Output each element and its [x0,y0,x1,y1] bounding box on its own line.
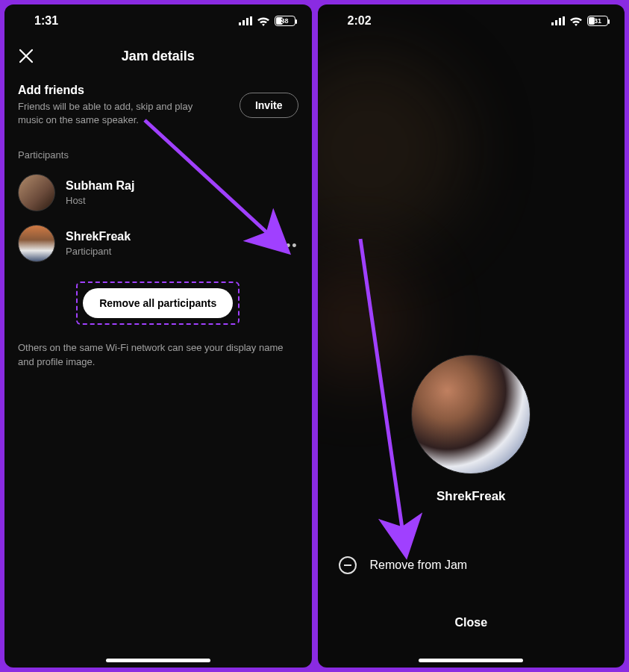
status-right: 31 [551,16,608,26]
status-time: 2:02 [348,14,372,28]
cellular-icon [551,16,565,25]
close-button[interactable]: Close [454,616,487,629]
participant-row-member: ShrekFreak Participant ••• [18,225,298,262]
svg-rect-6 [555,20,557,25]
status-time: 1:31 [34,14,58,28]
jam-details-screen: 1:31 38 Jam details Add friends Friends … [4,4,312,668]
wifi-icon [569,16,583,26]
svg-rect-3 [250,16,252,25]
svg-rect-1 [242,20,245,25]
svg-rect-8 [563,16,565,25]
battery-icon: 31 [587,16,608,26]
wifi-icon [257,16,270,26]
close-icon[interactable] [18,48,34,64]
svg-rect-2 [246,18,248,25]
add-friends-description: Friends will be able to add, skip and pl… [18,100,219,127]
cellular-icon [239,16,252,25]
add-friends-row: Add friends Friends will be able to add,… [18,84,298,127]
participant-row-host: Subham Raj Host [18,174,298,211]
avatar[interactable] [18,225,55,262]
blur-background [318,52,467,246]
participant-name: Subham Raj [66,179,134,193]
battery-icon: 38 [275,16,295,26]
battery-percent: 38 [281,17,288,25]
svg-rect-7 [559,18,561,25]
blur-background [318,261,415,381]
participants-heading: Participants [18,149,298,161]
participant-role: Participant [66,246,131,257]
profile-avatar [411,355,531,474]
avatar[interactable] [18,174,55,211]
sheet-content: ShrekFreak Remove from Jam Close [318,37,625,668]
remove-icon [339,556,357,574]
remove-from-jam-button[interactable]: Remove from Jam [318,556,468,574]
more-options-icon[interactable]: ••• [280,238,298,254]
profile-name: ShrekFreak [436,489,506,504]
remove-from-jam-label: Remove from Jam [370,559,468,572]
participant-role: Host [66,195,134,206]
svg-rect-5 [551,22,554,25]
participant-action-sheet: 2:02 31 ShrekFreak Remove from Jam Close [318,4,625,668]
remove-all-button[interactable]: Remove all participants [83,288,233,318]
battery-percent: 31 [594,17,601,25]
home-indicator[interactable] [419,659,523,662]
invite-button[interactable]: Invite [240,93,298,118]
add-friends-title: Add friends [18,84,219,97]
nav-header: Jam details [4,37,312,76]
wifi-disclosure-note: Others on the same Wi-Fi network can see… [4,341,312,370]
status-bar: 2:02 31 [318,4,625,37]
page-title: Jam details [4,49,312,64]
svg-rect-0 [239,22,241,25]
participant-name: ShrekFreak [66,230,131,243]
status-bar: 1:31 38 [4,4,312,37]
highlight-box: Remove all participants [76,281,240,325]
status-right: 38 [239,16,295,26]
home-indicator[interactable] [106,659,210,662]
